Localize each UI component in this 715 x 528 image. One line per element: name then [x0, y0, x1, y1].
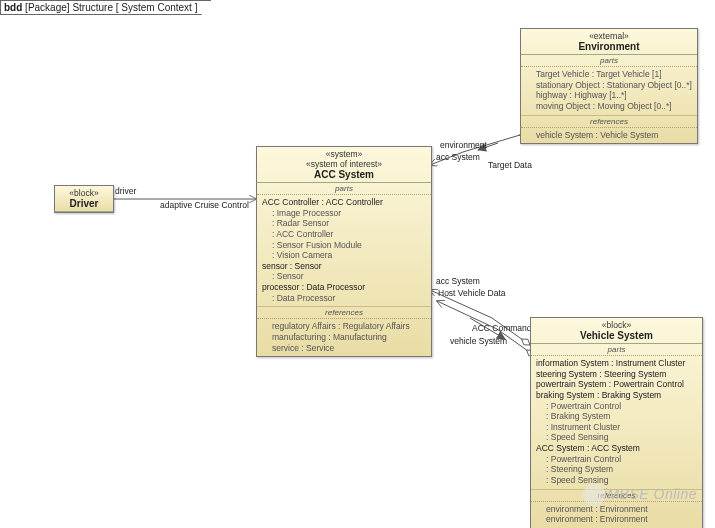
- list-item: regulatory Affairs : Regulatory Affairs: [262, 321, 426, 332]
- list-item: : Powertrain Control: [536, 454, 697, 465]
- env-refs: vehicle System : Vehicle System: [521, 128, 697, 144]
- acc-name: ACC System: [260, 169, 428, 180]
- list-item: ACC Controller : ACC Controller: [262, 197, 426, 208]
- diagram-title: bdd [Package] Structure [ System Context…: [0, 0, 211, 15]
- list-item: powertrain System : Powertrain Control: [536, 379, 697, 390]
- title-context: [ System Context ]: [116, 2, 198, 13]
- end-label-vehicle-system: vehicle System: [450, 336, 507, 346]
- list-item: manufacturing : Manufacturing: [262, 332, 426, 343]
- veh-name: Vehicle System: [534, 330, 699, 341]
- list-item: environment : Environment: [536, 514, 697, 525]
- list-item: service : Service: [262, 343, 426, 354]
- list-item: : Sensor Fusion Module: [262, 240, 426, 251]
- env-name: Environment: [524, 41, 694, 52]
- list-item: : Powertrain Control: [536, 401, 697, 412]
- title-prefix: bdd: [4, 2, 22, 13]
- edge-label-acc-commands: ACC Commands: [472, 323, 536, 333]
- end-label-driver: driver: [115, 186, 136, 196]
- acc-parts-label: parts: [257, 183, 431, 195]
- driver-stereo: «block»: [58, 188, 110, 198]
- veh-parts-label: parts: [531, 344, 702, 356]
- list-item: stationary Object : Stationary Object [0…: [526, 80, 692, 91]
- list-item: moving Object : Moving Object [0..*]: [526, 101, 692, 112]
- env-parts: Target Vehicle : Target Vehicle [1]stati…: [521, 67, 697, 116]
- list-item: processor : Data Processor: [262, 282, 426, 293]
- list-item: ACC System : ACC System: [536, 443, 697, 454]
- acc-refs: regulatory Affairs : Regulatory Affairsm…: [257, 319, 431, 356]
- block-environment[interactable]: «external» Environment parts Target Vehi…: [520, 28, 698, 144]
- list-item: : Instrument Cluster: [536, 422, 697, 433]
- acc-stereo-1: «system»: [260, 149, 428, 159]
- end-label-acc-system: acc System: [436, 152, 480, 162]
- env-refs-label: references: [521, 116, 697, 128]
- edge-label-host-data: Host Vehicle Data: [438, 288, 506, 298]
- driver-name: Driver: [58, 198, 110, 209]
- list-item: highway : Highway [1..*]: [526, 90, 692, 101]
- end-label-acc-system-2: acc System: [436, 276, 480, 286]
- edge-label-target-data: Target Data: [488, 160, 532, 170]
- acc-parts: ACC Controller : ACC Controller: Image P…: [257, 195, 431, 307]
- list-item: : Image Processor: [262, 208, 426, 219]
- acc-refs-label: references: [257, 307, 431, 319]
- list-item: steering System : Steering System: [536, 369, 697, 380]
- env-parts-label: parts: [521, 55, 697, 67]
- list-item: : Data Processor: [262, 293, 426, 304]
- list-item: : Vision Camera: [262, 250, 426, 261]
- list-item: : Speed Sensing: [536, 432, 697, 443]
- list-item: : ACC Controller: [262, 229, 426, 240]
- list-item: : Speed Sensing: [536, 475, 697, 486]
- list-item: environment : Environment: [536, 504, 697, 515]
- veh-refs: environment : Environmentenvironment : E…: [531, 502, 702, 528]
- list-item: braking System : Braking System: [536, 390, 697, 401]
- veh-parts: information System : Instrument Clusters…: [531, 356, 702, 490]
- veh-refs-label: references: [531, 490, 702, 502]
- list-item: vehicle System : Vehicle System: [526, 130, 692, 141]
- end-label-environment: environment: [440, 140, 487, 150]
- list-item: Target Vehicle : Target Vehicle [1]: [526, 69, 692, 80]
- block-vehicle-system[interactable]: «block» Vehicle System parts information…: [530, 317, 703, 528]
- list-item: : Radar Sensor: [262, 218, 426, 229]
- block-acc-system[interactable]: «system» «system of interest» ACC System…: [256, 146, 432, 357]
- list-item: : Sensor: [262, 271, 426, 282]
- veh-stereo: «block»: [534, 320, 699, 330]
- acc-stereo-2: «system of interest»: [260, 159, 428, 169]
- list-item: sensor : Sensor: [262, 261, 426, 272]
- title-name: Structure: [72, 2, 113, 13]
- list-item: : Steering System: [536, 464, 697, 475]
- block-driver[interactable]: «block» Driver: [54, 185, 114, 213]
- title-pkg: [Package]: [25, 2, 69, 13]
- list-item: information System : Instrument Cluster: [536, 358, 697, 369]
- list-item: : Braking System: [536, 411, 697, 422]
- env-stereo: «external»: [524, 31, 694, 41]
- edge-label-adaptive-cruise: adaptive Cruise Control: [160, 200, 249, 210]
